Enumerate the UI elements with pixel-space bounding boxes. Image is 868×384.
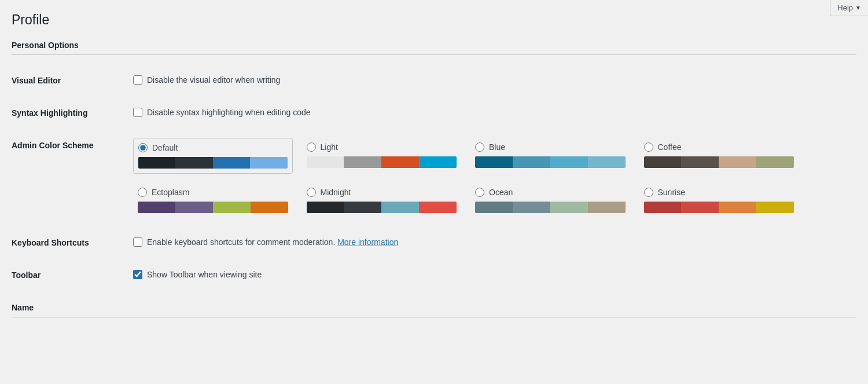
color-swatch [419, 156, 457, 168]
color-swatch [419, 202, 457, 213]
syntax-highlighting-checkbox[interactable] [133, 108, 142, 117]
toolbar-label: Toolbar [12, 259, 127, 291]
color-scheme-name-midnight: Midnight [321, 188, 351, 197]
admin-color-scheme-label: Admin Color Scheme [12, 129, 127, 226]
color-swatch [475, 202, 513, 213]
color-scheme-coffee[interactable]: Coffee [639, 138, 799, 174]
swatches-ectoplasm [138, 202, 288, 213]
help-button[interactable]: Help ▼ [830, 0, 868, 16]
color-swatch [175, 202, 213, 213]
syntax-highlighting-field: Disable syntax highlighting when editing… [127, 97, 856, 129]
visual-editor-row: Visual Editor Disable the visual editor … [12, 64, 856, 97]
chevron-down-icon: ▼ [855, 5, 861, 11]
radio-light[interactable] [307, 142, 316, 152]
radio-ectoplasm[interactable] [138, 188, 147, 197]
color-swatch [175, 157, 212, 169]
color-swatch [756, 202, 794, 213]
syntax-highlighting-label: Syntax Highlighting [12, 97, 127, 129]
toolbar-checkbox[interactable] [133, 270, 142, 279]
name-heading: Name [12, 303, 856, 317]
keyboard-shortcuts-label: Keyboard Shortcuts [12, 226, 127, 259]
main-content: Profile Personal Options Visual Editor D… [0, 0, 868, 329]
color-swatch [213, 157, 250, 169]
swatches-sunrise [644, 202, 795, 213]
color-swatch [307, 156, 344, 168]
color-scheme-sunrise[interactable]: Sunrise [639, 183, 799, 218]
color-swatch [644, 156, 682, 168]
color-swatch [513, 202, 550, 213]
color-swatch [513, 156, 550, 168]
radio-midnight[interactable] [307, 188, 316, 197]
help-label: Help [837, 3, 853, 12]
color-swatch [719, 156, 756, 168]
toolbar-checkbox-label[interactable]: Show Toolbar when viewing site [147, 270, 262, 279]
radio-default[interactable] [138, 143, 148, 152]
admin-color-scheme-row: Admin Color Scheme DefaultLightBlueCoffe… [12, 129, 856, 226]
color-scheme-blue[interactable]: Blue [470, 138, 630, 174]
color-swatch [381, 202, 419, 213]
color-scheme-default[interactable]: Default [133, 138, 293, 174]
form-table: Visual Editor Disable the visual editor … [12, 64, 856, 291]
color-swatch [250, 157, 287, 169]
visual-editor-field: Disable the visual editor when writing [127, 64, 856, 97]
admin-color-scheme-field: DefaultLightBlueCoffeeEctoplasmMidnightO… [127, 129, 856, 226]
keyboard-shortcuts-checkbox-row: Enable keyboard shortcuts for comment mo… [133, 235, 851, 247]
color-swatch [719, 202, 756, 213]
color-swatch [681, 202, 719, 213]
toolbar-checkbox-row: Show Toolbar when viewing site [133, 268, 851, 279]
toolbar-row: Toolbar Show Toolbar when viewing site [12, 259, 856, 291]
color-swatch [251, 202, 288, 213]
color-swatch [550, 202, 588, 213]
swatches-default [138, 157, 288, 169]
color-swatch [344, 202, 381, 213]
color-swatch [475, 156, 513, 168]
color-swatch [138, 157, 175, 169]
color-swatch [307, 202, 344, 213]
color-swatch [588, 202, 626, 213]
color-scheme-name-ocean: Ocean [489, 188, 513, 197]
color-swatch [138, 202, 175, 213]
swatches-blue [475, 156, 626, 168]
color-swatch [644, 202, 682, 213]
swatches-midnight [307, 202, 457, 213]
color-swatch [756, 156, 794, 168]
radio-blue[interactable] [475, 142, 484, 152]
color-scheme-name-default: Default [152, 143, 178, 152]
color-scheme-name-blue: Blue [489, 142, 505, 152]
color-scheme-midnight[interactable]: Midnight [302, 183, 462, 218]
personal-options-heading: Personal Options [12, 41, 856, 55]
more-information-link[interactable]: More information [337, 237, 398, 247]
color-scheme-light[interactable]: Light [302, 138, 462, 174]
color-swatch [588, 156, 626, 168]
color-scheme-ectoplasm[interactable]: Ectoplasm [133, 183, 293, 218]
keyboard-shortcuts-checkbox-label[interactable]: Enable keyboard shortcuts for comment mo… [147, 237, 398, 247]
syntax-highlighting-checkbox-row: Disable syntax highlighting when editing… [133, 105, 851, 117]
keyboard-shortcuts-text: Enable keyboard shortcuts for comment mo… [147, 237, 335, 247]
swatches-ocean [475, 202, 626, 213]
color-swatch [550, 156, 588, 168]
visual-editor-label: Visual Editor [12, 64, 127, 97]
color-scheme-name-coffee: Coffee [658, 142, 682, 152]
color-swatch [381, 156, 419, 168]
keyboard-shortcuts-checkbox[interactable] [133, 237, 142, 247]
color-swatch [344, 156, 381, 168]
color-scheme-name-ectoplasm: Ectoplasm [152, 188, 189, 197]
color-scheme-name-sunrise: Sunrise [658, 188, 685, 197]
keyboard-shortcuts-field: Enable keyboard shortcuts for comment mo… [127, 226, 856, 259]
visual-editor-checkbox-label[interactable]: Disable the visual editor when writing [147, 75, 280, 85]
visual-editor-checkbox[interactable] [133, 75, 142, 85]
color-swatch [213, 202, 251, 213]
radio-coffee[interactable] [644, 142, 653, 152]
color-scheme-grid: DefaultLightBlueCoffeeEctoplasmMidnightO… [133, 138, 799, 218]
swatches-coffee [644, 156, 795, 168]
keyboard-shortcuts-row: Keyboard Shortcuts Enable keyboard short… [12, 226, 856, 259]
syntax-highlighting-checkbox-label[interactable]: Disable syntax highlighting when editing… [147, 108, 311, 117]
radio-ocean[interactable] [475, 188, 484, 197]
syntax-highlighting-row: Syntax Highlighting Disable syntax highl… [12, 97, 856, 129]
radio-sunrise[interactable] [644, 188, 653, 197]
color-scheme-ocean[interactable]: Ocean [470, 183, 630, 218]
toolbar-field: Show Toolbar when viewing site [127, 259, 856, 291]
color-scheme-name-light: Light [321, 142, 338, 152]
color-swatch [681, 156, 719, 168]
swatches-light [307, 156, 457, 168]
